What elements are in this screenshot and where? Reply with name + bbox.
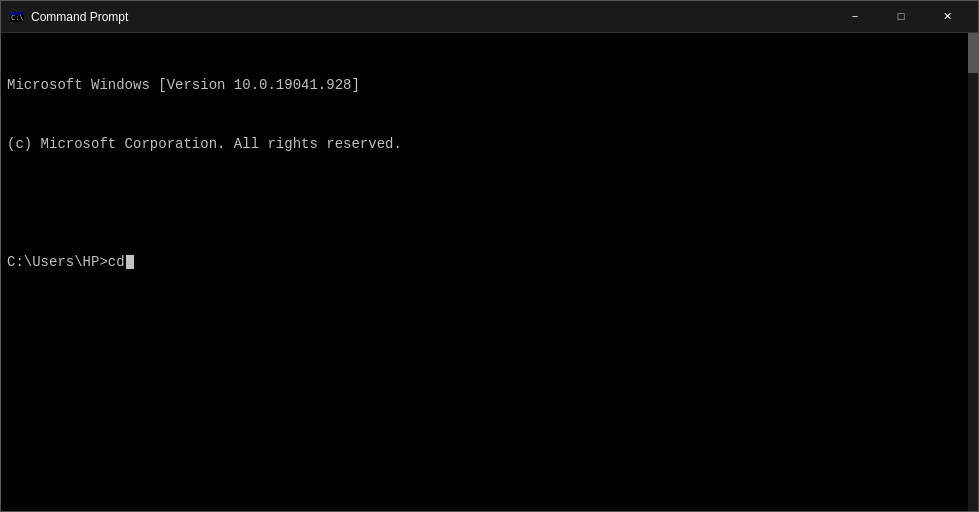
minimize-icon: − <box>852 11 858 22</box>
window-title: Command Prompt <box>31 10 832 24</box>
maximize-icon: □ <box>898 11 905 22</box>
terminal-body[interactable]: Microsoft Windows [Version 10.0.19041.92… <box>1 33 978 511</box>
scrollbar[interactable] <box>968 33 978 511</box>
svg-text:C:\: C:\ <box>11 14 24 22</box>
minimize-button[interactable]: − <box>832 1 878 33</box>
blank-line <box>7 194 972 214</box>
close-icon: ✕ <box>943 11 952 22</box>
command-prompt-window: C:\ Command Prompt − □ ✕ Microsoft Windo… <box>0 0 979 512</box>
window-controls: − □ ✕ <box>832 1 970 33</box>
close-button[interactable]: ✕ <box>924 1 970 33</box>
svg-rect-3 <box>10 12 24 15</box>
prompt-line: C:\Users\HP>cd <box>7 253 972 273</box>
title-bar: C:\ Command Prompt − □ ✕ <box>1 1 978 33</box>
scrollbar-thumb[interactable] <box>968 33 978 73</box>
copyright-line: (c) Microsoft Corporation. All rights re… <box>7 135 972 155</box>
version-line: Microsoft Windows [Version 10.0.19041.92… <box>7 76 972 96</box>
cursor <box>126 255 134 269</box>
terminal-output: Microsoft Windows [Version 10.0.19041.92… <box>7 37 972 311</box>
maximize-button[interactable]: □ <box>878 1 924 33</box>
cmd-icon: C:\ <box>9 9 25 25</box>
prompt-text: C:\Users\HP>cd <box>7 253 125 273</box>
